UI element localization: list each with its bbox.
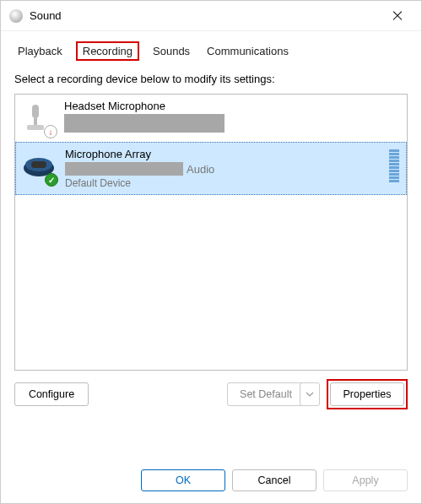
- headset-mic-icon: ↓: [20, 101, 56, 137]
- apply-button: Apply: [323, 469, 408, 491]
- device-status: Default Device: [65, 177, 381, 189]
- instruction-text: Select a recording device below to modif…: [14, 73, 408, 85]
- content-area: Playback Recording Sounds Communications…: [1, 31, 421, 461]
- device-desc-suffix: Audio: [187, 163, 214, 176]
- ok-button[interactable]: OK: [141, 469, 225, 491]
- device-info: Headset Microphone: [64, 100, 400, 133]
- device-name: Headset Microphone: [64, 100, 400, 112]
- cancel-button[interactable]: Cancel: [232, 469, 316, 491]
- mic-array-icon: ✓: [21, 149, 57, 185]
- window-title: Sound: [30, 9, 381, 22]
- set-default-group: Set Default: [227, 382, 320, 406]
- svg-rect-2: [27, 125, 44, 130]
- device-name: Microphone Array: [65, 148, 381, 160]
- dialog-footer: OK Cancel Apply: [1, 461, 421, 503]
- check-badge-icon: ✓: [45, 173, 58, 187]
- tab-recording[interactable]: Recording: [76, 41, 139, 61]
- properties-highlight: Properties: [327, 379, 408, 409]
- level-meter: [389, 149, 399, 182]
- sound-dialog: Sound Playback Recording Sounds Communic…: [0, 0, 422, 504]
- close-icon: [392, 10, 403, 22]
- device-description: [64, 114, 400, 133]
- set-default-dropdown[interactable]: [300, 382, 320, 406]
- redacted-text: [65, 162, 183, 176]
- tab-playback[interactable]: Playback: [14, 41, 66, 61]
- svg-rect-1: [34, 118, 37, 125]
- properties-button[interactable]: Properties: [330, 382, 404, 406]
- sound-icon: [9, 9, 23, 23]
- tab-strip: Playback Recording Sounds Communications: [14, 41, 408, 61]
- svg-rect-0: [32, 105, 39, 118]
- redacted-text: [64, 114, 225, 133]
- device-info: Microphone Array Audio Default Device: [65, 148, 381, 189]
- titlebar: Sound: [1, 1, 421, 31]
- tab-communications[interactable]: Communications: [203, 41, 292, 61]
- configure-button[interactable]: Configure: [14, 382, 89, 406]
- device-item-microphone-array[interactable]: ✓ Microphone Array Audio Default Device: [15, 142, 407, 195]
- down-arrow-badge-icon: ↓: [44, 125, 57, 138]
- action-buttons: Configure Set Default Properties: [14, 379, 408, 409]
- device-item-headset-microphone[interactable]: ↓ Headset Microphone: [15, 95, 407, 142]
- close-button[interactable]: [381, 3, 414, 29]
- svg-rect-5: [31, 161, 46, 168]
- set-default-button[interactable]: Set Default: [227, 382, 305, 406]
- device-description: Audio: [65, 162, 381, 176]
- tab-sounds[interactable]: Sounds: [149, 41, 193, 61]
- chevron-down-icon: [306, 392, 314, 397]
- device-list[interactable]: ↓ Headset Microphone ✓: [14, 94, 408, 371]
